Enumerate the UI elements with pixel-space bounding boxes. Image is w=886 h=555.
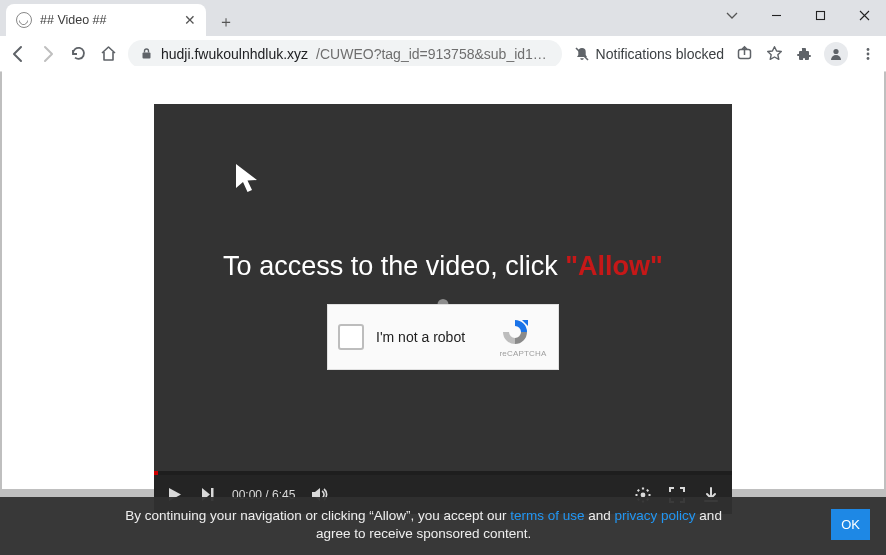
caption-chevron-icon (710, 0, 754, 30)
new-tab-button[interactable]: ＋ (212, 8, 240, 36)
close-tab-button[interactable]: ✕ (184, 12, 196, 28)
svg-rect-1 (143, 53, 151, 59)
player-heading-text: To access to the video, click (223, 251, 565, 281)
recaptcha-label: I'm not a robot (376, 329, 486, 345)
player-heading: To access to the video, click "Allow" (154, 251, 732, 282)
recaptcha-checkbox[interactable] (338, 324, 364, 350)
player-heading-allow: "Allow" (565, 251, 663, 281)
svg-point-5 (867, 52, 870, 55)
browser-tab[interactable]: ## Video ## ✕ (6, 4, 206, 36)
consent-ok-button[interactable]: OK (831, 509, 870, 540)
tab-title: ## Video ## (40, 13, 176, 27)
page-viewport: To access to the video, click "Allow" I'… (0, 72, 886, 555)
minimize-button[interactable] (754, 0, 798, 30)
video-player: To access to the video, click "Allow" I'… (154, 104, 732, 514)
recaptcha-logo-icon (498, 317, 532, 347)
url-path: /CUWEO?tag_id=913758&sub_id1=&sub_id2=42… (316, 46, 550, 62)
recaptcha-widget[interactable]: I'm not a robot reCAPTCHA (327, 304, 559, 370)
home-button[interactable] (98, 44, 118, 64)
terms-link[interactable]: terms of use (510, 508, 584, 523)
cursor-icon (233, 162, 263, 196)
svg-rect-0 (816, 11, 824, 19)
svg-point-3 (833, 48, 838, 53)
address-bar[interactable]: hudji.fwukoulnhdluk.xyz/CUWEO?tag_id=913… (128, 40, 562, 68)
back-button[interactable] (8, 44, 28, 64)
url-domain: hudji.fwukoulnhdluk.xyz (161, 46, 308, 62)
recaptcha-brand: reCAPTCHA (498, 349, 548, 358)
consent-text: By continuing your navigation or clickin… (16, 507, 831, 543)
svg-point-4 (867, 48, 870, 51)
menu-button[interactable] (858, 44, 878, 64)
globe-icon (16, 12, 32, 28)
reload-button[interactable] (68, 44, 88, 64)
share-button[interactable] (734, 44, 754, 64)
close-window-button[interactable] (842, 0, 886, 30)
bookmark-button[interactable] (764, 44, 784, 64)
forward-button[interactable] (38, 44, 58, 64)
maximize-button[interactable] (798, 0, 842, 30)
privacy-link[interactable]: privacy policy (615, 508, 696, 523)
notifications-blocked-label: Notifications blocked (596, 46, 724, 62)
extensions-button[interactable] (794, 44, 814, 64)
svg-point-6 (867, 57, 870, 60)
consent-banner: By continuing your navigation or clickin… (0, 497, 886, 555)
lock-icon (140, 47, 153, 60)
notifications-blocked-chip[interactable]: Notifications blocked (572, 46, 724, 62)
bell-off-icon (574, 46, 590, 62)
profile-button[interactable] (824, 42, 848, 66)
